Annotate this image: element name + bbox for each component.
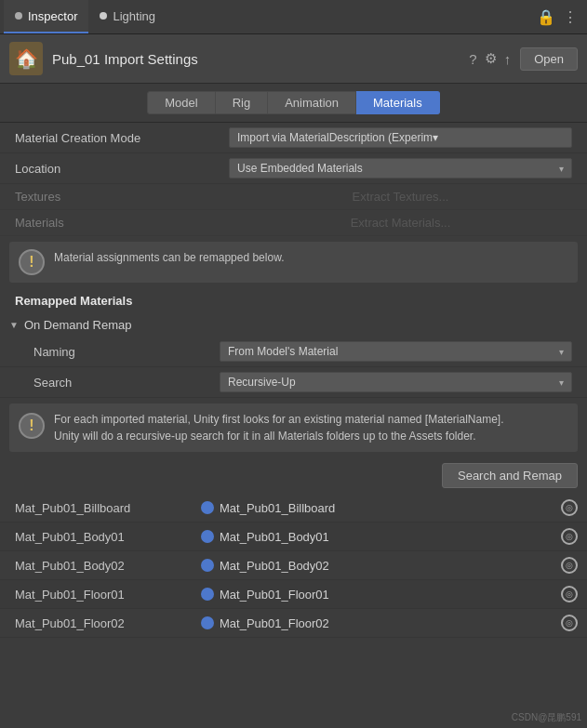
mat-circle-icon-2[interactable]: ◎: [561, 557, 578, 574]
search-value: Recursive-Up ▾: [220, 372, 572, 392]
tab-lighting[interactable]: Lighting: [88, 0, 167, 33]
mat-left-0: Mat_Pub01_Billboard: [15, 501, 201, 515]
mat-right-container-1: Mat_Pub01_Body01 ◎: [201, 528, 578, 545]
naming-label: Naming: [33, 345, 220, 359]
info-icon: !: [19, 249, 45, 275]
naming-row: Naming From Model's Material ▾: [0, 337, 587, 367]
inspector-dot-icon: [15, 12, 22, 20]
table-row: Mat_Pub01_Floor02 Mat_Pub01_Floor02 ◎: [0, 609, 587, 638]
search-text: Recursive-Up: [228, 376, 296, 389]
lighting-dot-icon: [100, 12, 107, 20]
warn-text: For each imported material, Unity first …: [54, 411, 504, 444]
sub-tab-model[interactable]: Model: [147, 91, 215, 114]
remapped-materials-header: Remapped Materials: [0, 288, 587, 313]
warn-box: ! For each imported material, Unity firs…: [9, 404, 578, 452]
extract-materials-button: Extract Materials...: [229, 216, 572, 230]
mat-right-4: Mat_Pub01_Floor02: [220, 616, 555, 630]
tab-bar: Inspector Lighting 🔒 ⋮: [0, 0, 587, 34]
settings-icon[interactable]: ⚙: [485, 50, 497, 67]
table-row: Mat_Pub01_Body02 Mat_Pub01_Body02 ◎: [0, 551, 587, 580]
mat-right-0: Mat_Pub01_Billboard: [220, 501, 555, 515]
mat-dot-icon-1: [201, 530, 214, 543]
search-and-remap-button[interactable]: Search and Remap: [442, 463, 578, 488]
inspector-tab-label: Inspector: [28, 9, 77, 23]
group-label: On Demand Remap: [24, 318, 132, 332]
mat-right-container-0: Mat_Pub01_Billboard ◎: [201, 499, 578, 516]
sub-tab-animation[interactable]: Animation: [268, 91, 356, 114]
tab-inspector[interactable]: Inspector: [4, 0, 88, 33]
help-icon[interactable]: ?: [469, 51, 476, 67]
more-icon[interactable]: ⋮: [563, 8, 578, 26]
search-row: Search Recursive-Up ▾: [0, 367, 587, 398]
naming-text: From Model's Material: [228, 345, 338, 358]
material-creation-mode-value: Import via MaterialDescription (Experim▾: [229, 127, 572, 148]
search-dropdown[interactable]: Recursive-Up ▾: [220, 372, 572, 392]
mat-right-container-2: Mat_Pub01_Body02 ◎: [201, 557, 578, 574]
material-creation-mode-text: Import via MaterialDescription (Experim▾: [237, 131, 438, 144]
info-box: ! Material assignments can be remapped b…: [9, 242, 578, 283]
header-actions: ? ⚙ ↑: [469, 50, 511, 67]
lock-icon[interactable]: 🔒: [537, 8, 555, 26]
upload-icon[interactable]: ↑: [504, 51, 512, 67]
lighting-tab-label: Lighting: [113, 9, 155, 23]
panel-header: 🏠 Pub_01 Import Settings ? ⚙ ↑ Open: [0, 34, 587, 84]
sub-tab-materials[interactable]: Materials: [356, 91, 440, 114]
naming-value: From Model's Material ▾: [220, 341, 572, 362]
open-button[interactable]: Open: [520, 47, 578, 71]
mat-right-container-3: Mat_Pub01_Floor01 ◎: [201, 586, 578, 602]
textures-row: Textures Extract Textures...: [0, 184, 587, 210]
on-demand-remap-group[interactable]: ▼ On Demand Remap: [0, 313, 587, 337]
mat-left-1: Mat_Pub01_Body01: [15, 530, 201, 544]
material-list: Mat_Pub01_Billboard Mat_Pub01_Billboard …: [0, 494, 587, 638]
panel-title: Pub_01 Import Settings: [52, 51, 460, 67]
search-label: Search: [33, 376, 220, 390]
mat-dot-icon-0: [201, 501, 214, 514]
material-creation-mode-dropdown[interactable]: Import via MaterialDescription (Experim▾: [229, 127, 572, 148]
mat-right-1: Mat_Pub01_Body01: [220, 530, 555, 544]
materials-label: Materials: [15, 216, 229, 230]
mat-circle-icon-1[interactable]: ◎: [561, 528, 578, 545]
materials-row: Materials Extract Materials...: [0, 210, 587, 236]
location-row: Location Use Embedded Materials ▾: [0, 153, 587, 184]
location-dropdown-arrow: ▾: [559, 164, 564, 174]
table-row: Mat_Pub01_Billboard Mat_Pub01_Billboard …: [0, 494, 587, 523]
location-dropdown[interactable]: Use Embedded Materials ▾: [229, 158, 572, 179]
tab-bar-icons: 🔒 ⋮: [537, 8, 583, 26]
location-text: Use Embedded Materials: [237, 162, 363, 175]
search-dropdown-arrow: ▾: [559, 377, 564, 388]
textures-value: Extract Textures...: [229, 190, 572, 204]
textures-label: Textures: [15, 190, 229, 204]
table-row: Mat_Pub01_Body01 Mat_Pub01_Body01 ◎: [0, 523, 587, 551]
extract-textures-button: Extract Textures...: [229, 190, 572, 204]
naming-dropdown-arrow: ▾: [559, 347, 564, 357]
sub-tab-rig[interactable]: Rig: [216, 91, 269, 114]
mat-circle-icon-4[interactable]: ◎: [561, 615, 578, 631]
content-area: Material Creation Mode Import via Materi…: [0, 123, 587, 638]
asset-icon: 🏠: [9, 42, 43, 75]
mat-right-container-4: Mat_Pub01_Floor02 ◎: [201, 615, 578, 631]
mat-right-2: Mat_Pub01_Body02: [220, 559, 555, 573]
mat-left-2: Mat_Pub01_Body02: [15, 559, 201, 573]
mat-circle-icon-0[interactable]: ◎: [561, 499, 578, 516]
material-creation-mode-row: Material Creation Mode Import via Materi…: [0, 123, 587, 153]
location-label: Location: [15, 162, 229, 176]
mat-left-4: Mat_Pub01_Floor02: [15, 616, 201, 630]
mat-dot-icon-4: [201, 616, 214, 629]
group-arrow-icon: ▼: [9, 320, 19, 330]
naming-dropdown[interactable]: From Model's Material ▾: [220, 341, 572, 362]
mat-dot-icon-3: [201, 588, 214, 601]
sub-tab-bar: Model Rig Animation Materials: [0, 84, 587, 123]
watermark: CSDN@昆鹏591: [512, 711, 581, 724]
action-btn-row: Search and Remap: [0, 457, 587, 494]
mat-dot-icon-2: [201, 559, 214, 572]
mat-circle-icon-3[interactable]: ◎: [561, 586, 578, 602]
warn-icon: !: [19, 413, 45, 439]
info-text: Material assignments can be remapped bel…: [54, 249, 284, 266]
mat-right-3: Mat_Pub01_Floor01: [220, 588, 555, 602]
location-value: Use Embedded Materials ▾: [229, 158, 572, 179]
material-creation-mode-label: Material Creation Mode: [15, 131, 229, 145]
mat-left-3: Mat_Pub01_Floor01: [15, 588, 201, 602]
table-row: Mat_Pub01_Floor01 Mat_Pub01_Floor01 ◎: [0, 580, 587, 609]
materials-value: Extract Materials...: [229, 216, 572, 230]
